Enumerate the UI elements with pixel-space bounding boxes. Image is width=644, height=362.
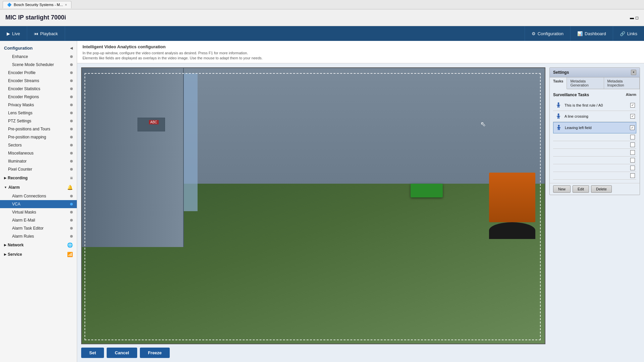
sidebar-item-alarm-email[interactable]: Alarm E-Mail bbox=[0, 216, 77, 224]
minimize-icon[interactable]: ▬ bbox=[630, 15, 634, 20]
alarm-email-dot bbox=[70, 219, 73, 222]
svg-rect-14 bbox=[558, 129, 559, 130]
task-empty-checkbox-1[interactable] bbox=[630, 135, 635, 139]
alarm-group-label: Alarm bbox=[8, 185, 20, 190]
sidebar-item-privacy-masks[interactable]: Privacy Masks bbox=[0, 101, 77, 109]
task-first-rule-checkbox[interactable] bbox=[630, 103, 635, 108]
task-row-first-rule[interactable]: This is the first rule / A0 bbox=[553, 100, 636, 111]
sidebar-item-encoder-regions[interactable]: Encoder Regions bbox=[0, 93, 77, 101]
playback-label: Playback bbox=[40, 31, 58, 36]
edit-button[interactable]: Edit bbox=[573, 185, 589, 193]
sidebar-item-illuminator[interactable]: Illuminator bbox=[0, 157, 77, 165]
live-icon: ▶ bbox=[7, 31, 10, 36]
nav-links-button[interactable]: 🔗 Links bbox=[613, 26, 644, 41]
sidebar-item-ptz-settings[interactable]: PTZ Settings bbox=[0, 117, 77, 125]
main-layout: Configuration ◀ Enhance Scene Mode Sched… bbox=[0, 41, 644, 362]
task-empty-checkbox-4[interactable] bbox=[630, 158, 635, 163]
task-empty-row-2 bbox=[553, 141, 636, 149]
video-controls: Set Cancel Freeze bbox=[81, 344, 545, 358]
sidebar-item-encoder-statistics[interactable]: Encoder Statistics bbox=[0, 85, 77, 93]
encoder-regions-dot bbox=[70, 96, 73, 98]
svg-rect-5 bbox=[559, 105, 560, 106]
tab-metadata-insp-label: Metadata Inspection bbox=[607, 79, 624, 87]
ptz-settings-label: PTZ Settings bbox=[8, 119, 31, 123]
alarm-rules-dot bbox=[70, 235, 73, 238]
tab-favicon: 🔷 bbox=[7, 3, 12, 7]
sidebar-item-lens-settings[interactable]: Lens Settings bbox=[0, 109, 77, 117]
svg-rect-15 bbox=[559, 129, 560, 130]
alarm-connections-dot bbox=[70, 195, 73, 197]
task-empty-checkbox-6[interactable] bbox=[630, 173, 635, 178]
settings-panel: Settings × Tasks Metadata Generation Met… bbox=[549, 67, 640, 195]
delete-button[interactable]: Delete bbox=[591, 185, 612, 193]
virtual-masks-label: Virtual Masks bbox=[12, 210, 36, 215]
nav-live-button[interactable]: ▶ Live bbox=[0, 26, 27, 41]
illuminator-label: Illuminator bbox=[8, 159, 26, 164]
task-row-line-crossing[interactable]: A line crossing bbox=[553, 111, 636, 122]
svg-rect-4 bbox=[557, 105, 558, 106]
task-line-crossing-checkbox[interactable] bbox=[630, 114, 635, 119]
task-row-leaving-left[interactable]: Leaving left field bbox=[553, 122, 636, 133]
settings-action-buttons: New Edit Delete bbox=[550, 183, 640, 195]
tab-metadata-inspection[interactable]: Metadata Inspection bbox=[604, 77, 640, 89]
prepositions-tours-dot bbox=[70, 128, 73, 130]
network-icons: 🌐 bbox=[67, 242, 73, 248]
task-empty-checkbox-3[interactable] bbox=[630, 150, 635, 155]
app-title-bar: MIC IP starlight 7000i ▬ ◻ bbox=[0, 9, 644, 26]
tab-close-button[interactable]: × bbox=[65, 3, 67, 7]
sidebar-recording-group[interactable]: ▶ Recording ≡ bbox=[0, 173, 77, 183]
scene-mode-label: Scene Mode Scheduler bbox=[12, 62, 54, 67]
sidebar-item-pixel-counter[interactable]: Pixel Counter bbox=[0, 165, 77, 173]
settings-close-button[interactable]: × bbox=[631, 70, 636, 75]
sidebar-item-encoder-streams[interactable]: Encoder Streams bbox=[0, 77, 77, 85]
ptz-settings-dot bbox=[70, 120, 73, 122]
sidebar-network-group[interactable]: ▶ Network 🌐 bbox=[0, 240, 77, 250]
sidebar-item-alarm-rules[interactable]: Alarm Rules bbox=[0, 232, 77, 240]
sidebar-item-alarm-task-editor[interactable]: Alarm Task Editor bbox=[0, 224, 77, 232]
nav-configuration-button[interactable]: ⚙ Configuration bbox=[525, 26, 570, 41]
lens-settings-label: Lens Settings bbox=[8, 111, 33, 115]
enhance-dot bbox=[70, 55, 73, 58]
freeze-button[interactable]: Freeze bbox=[140, 348, 170, 358]
browser-tab[interactable]: 🔷 Bosch Security Systems - M... × bbox=[3, 1, 71, 8]
links-label: Links bbox=[627, 31, 637, 36]
nav-playback-button[interactable]: ⏮ Playback bbox=[27, 26, 65, 41]
maximize-icon[interactable]: ◻ bbox=[635, 15, 639, 20]
scene-mode-dot bbox=[70, 63, 73, 66]
set-button[interactable]: Set bbox=[81, 348, 104, 358]
sidebar-item-enhance[interactable]: Enhance bbox=[0, 53, 77, 61]
sidebar-item-encoder-profile[interactable]: Encoder Profile bbox=[0, 69, 77, 77]
playback-icon: ⏮ bbox=[34, 31, 38, 36]
svg-rect-16 bbox=[557, 127, 558, 128]
sidebar-service-group[interactable]: ▶ Service 📶 bbox=[0, 250, 77, 259]
sidebar-alarm-group[interactable]: ▼ Alarm 🔔 bbox=[0, 183, 77, 192]
sectors-dot bbox=[70, 144, 73, 146]
svg-point-6 bbox=[558, 113, 559, 115]
task-line-crossing-label: A line crossing bbox=[565, 114, 628, 118]
sidebar-item-alarm-connections[interactable]: Alarm Connections bbox=[0, 192, 77, 200]
task-empty-checkbox-2[interactable] bbox=[630, 142, 635, 147]
dashboard-label: Dashboard bbox=[585, 31, 606, 36]
sidebar-config-header[interactable]: Configuration ◀ bbox=[0, 44, 77, 53]
sidebar-item-preposition-mapping[interactable]: Pre-position mapping bbox=[0, 133, 77, 141]
encoder-streams-dot bbox=[70, 79, 73, 82]
new-button[interactable]: New bbox=[553, 185, 571, 193]
network-icon: 🌐 bbox=[67, 242, 73, 248]
sidebar-item-virtual-masks[interactable]: Virtual Masks bbox=[0, 208, 77, 216]
tab-metadata-generation[interactable]: Metadata Generation bbox=[567, 77, 604, 89]
sidebar-item-sectors[interactable]: Sectors bbox=[0, 141, 77, 149]
cancel-button[interactable]: Cancel bbox=[107, 348, 137, 358]
sidebar-item-scene-mode[interactable]: Scene Mode Scheduler bbox=[0, 61, 77, 69]
prepositions-tours-label: Pre-positions and Tours bbox=[8, 127, 50, 131]
sidebar-item-miscellaneous[interactable]: Miscellaneous bbox=[0, 149, 77, 157]
direction-arrow: ⇖ bbox=[480, 120, 486, 128]
svg-rect-11 bbox=[559, 116, 560, 117]
tab-tasks[interactable]: Tasks bbox=[550, 77, 567, 89]
sidebar-item-prepositions-tours[interactable]: Pre-positions and Tours bbox=[0, 125, 77, 133]
sidebar: Configuration ◀ Enhance Scene Mode Sched… bbox=[0, 41, 77, 362]
task-icon-leaving-left bbox=[555, 124, 563, 132]
task-leaving-left-checkbox[interactable] bbox=[630, 125, 635, 130]
task-empty-checkbox-5[interactable] bbox=[630, 166, 635, 170]
sidebar-item-vca[interactable]: VCA bbox=[0, 200, 77, 208]
nav-dashboard-button[interactable]: 📊 Dashboard bbox=[570, 26, 613, 41]
